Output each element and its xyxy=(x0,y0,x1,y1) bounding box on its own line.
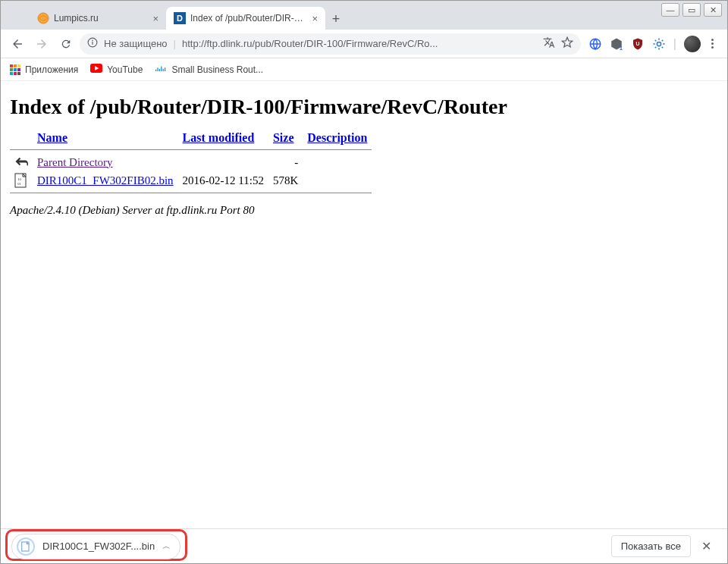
close-download-bar[interactable]: ✕ xyxy=(695,536,717,557)
forward-button[interactable] xyxy=(31,33,52,55)
shield-icon[interactable]: U xyxy=(631,37,645,51)
server-signature: Apache/2.4.10 (Debian) Server at ftp.dli… xyxy=(10,204,718,217)
cisco-icon xyxy=(155,64,167,75)
tab-title: Lumpics.ru xyxy=(54,13,148,24)
svg-point-0 xyxy=(38,13,49,24)
omnibox[interactable]: Не защищено | http://ftp.dlink.ru/pub/Ro… xyxy=(80,33,581,55)
info-icon xyxy=(87,37,98,50)
youtube-bookmark[interactable]: YouTube xyxy=(90,64,143,75)
sbr-bookmark[interactable]: Small Business Rout... xyxy=(155,64,263,75)
svg-line-17 xyxy=(662,39,664,41)
world-icon[interactable] xyxy=(588,37,602,51)
page-title: Index of /pub/Router/DIR-100/Firmware/Re… xyxy=(10,95,718,119)
address-bar: Не защищено | http://ftp.dlink.ru/pub/Ro… xyxy=(1,30,727,58)
col-size[interactable]: Size xyxy=(273,131,294,144)
star-icon[interactable] xyxy=(561,36,573,51)
svg-text:10: 10 xyxy=(17,177,22,181)
svg-line-15 xyxy=(662,46,664,48)
col-modified[interactable]: Last modified xyxy=(183,131,255,144)
chrome-menu[interactable] xyxy=(708,36,717,52)
table-row: Parent Directory - xyxy=(10,153,372,171)
file-icon xyxy=(17,537,35,556)
tab-lumpics[interactable]: Lumpics.ru × xyxy=(30,7,166,30)
page-content: Index of /pub/Router/DIR-100/Firmware/Re… xyxy=(1,81,727,224)
tab-index[interactable]: D Index of /pub/Router/DIR-100/Fi × xyxy=(166,7,325,30)
close-icon[interactable]: × xyxy=(312,13,318,24)
show-all-button[interactable]: Показать все xyxy=(611,535,691,557)
binary-file-icon: 1001 xyxy=(14,173,28,188)
back-button[interactable] xyxy=(7,33,28,55)
window-close[interactable]: ✕ xyxy=(704,3,722,17)
tab-title: Index of /pub/Router/DIR-100/Fi xyxy=(190,13,307,24)
firmware-file-link[interactable]: DIR100C1_FW302FIB02.bin xyxy=(37,174,174,186)
svg-rect-5 xyxy=(92,42,93,45)
parent-directory-link[interactable]: Parent Directory xyxy=(37,156,113,168)
youtube-icon xyxy=(90,64,102,75)
reload-button[interactable] xyxy=(55,33,77,55)
download-bar: DIR100C1_FW302F....bin ︿ Показать все ✕ xyxy=(1,528,727,563)
bookmarks-bar: Приложения YouTube Small Business Rout..… xyxy=(1,58,727,81)
close-icon[interactable]: × xyxy=(152,13,158,24)
svg-text:01: 01 xyxy=(17,182,22,186)
svg-point-9 xyxy=(657,42,661,45)
back-arrow-icon xyxy=(14,155,28,170)
gear-icon[interactable] xyxy=(652,37,666,51)
svg-text:U: U xyxy=(635,41,639,46)
col-description[interactable]: Description xyxy=(307,131,367,144)
svg-text:1: 1 xyxy=(620,44,623,51)
directory-listing: Name Last modified Size Description Pare… xyxy=(10,130,372,196)
security-label: Не защищено xyxy=(104,38,168,49)
orange-circle-icon xyxy=(37,12,49,24)
window-maximize[interactable]: ▭ xyxy=(682,3,701,17)
url-text: http://ftp.dlink.ru/pub/Router/DIR-100/F… xyxy=(182,38,537,49)
svg-point-4 xyxy=(92,40,93,42)
dlink-icon: D xyxy=(174,12,186,24)
svg-text:D: D xyxy=(177,14,183,23)
translate-icon[interactable] xyxy=(543,36,555,51)
box-icon[interactable]: 1 xyxy=(610,37,623,51)
avatar[interactable] xyxy=(684,36,701,52)
svg-line-14 xyxy=(655,39,657,41)
tab-bar: Lumpics.ru × D Index of /pub/Router/DIR-… xyxy=(1,1,727,30)
new-tab-button[interactable]: + xyxy=(325,8,347,30)
apps-icon xyxy=(10,64,20,75)
table-row: 1001 DIR100C1_FW302FIB02.bin 2016-02-12 … xyxy=(10,171,372,190)
col-name[interactable]: Name xyxy=(37,131,67,144)
window-minimize[interactable]: — xyxy=(661,3,679,17)
svg-line-16 xyxy=(655,46,657,48)
download-item[interactable]: DIR100C1_FW302F....bin ︿ xyxy=(11,534,180,559)
chevron-up-icon[interactable]: ︿ xyxy=(162,540,171,552)
apps-bookmark[interactable]: Приложения xyxy=(10,64,78,75)
download-filename: DIR100C1_FW302F....bin xyxy=(42,540,155,552)
